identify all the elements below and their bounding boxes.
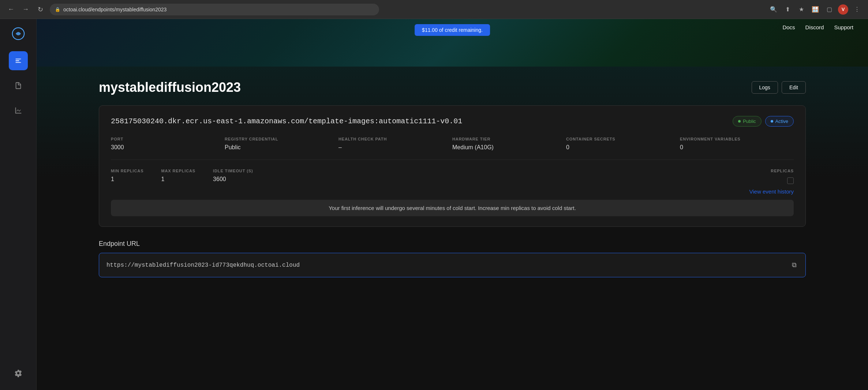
browser-chrome: ← → ↻ 🔒 octoai.cloud/endpoints/mystabled… bbox=[0, 0, 868, 19]
replicas-grid: MIN REPLICAS 1 MAX REPLICAS 1 IDLE TIMEO… bbox=[111, 169, 794, 195]
lock-icon: 🔒 bbox=[55, 7, 60, 12]
header-actions: Logs Edit bbox=[752, 81, 806, 94]
url-field: https://mystablediffusion2023-id773qekdh… bbox=[99, 253, 806, 277]
extensions-icon[interactable]: 🪟 bbox=[810, 4, 820, 15]
public-badge-label: Public bbox=[743, 119, 756, 124]
page-content: mystablediffusion2023 Logs Edit 25817503… bbox=[37, 67, 868, 390]
hero-banner: $11.00 of credit remaining. Docs Discord… bbox=[37, 19, 868, 67]
config-field-secrets: CONTAINER SECRETS 0 bbox=[566, 137, 680, 151]
sidebar bbox=[0, 19, 37, 390]
support-link[interactable]: Support bbox=[834, 24, 853, 30]
endpoint-url-text: https://mystablediffusion2023-id773qekdh… bbox=[106, 262, 790, 269]
secrets-value: 0 bbox=[566, 144, 680, 151]
port-value: 3000 bbox=[111, 144, 225, 151]
config-field-port: PORT 3000 bbox=[111, 137, 225, 151]
replicas-right: REPLICAS View event history bbox=[749, 169, 794, 195]
hardware-label: HARDWARE TIER bbox=[452, 137, 566, 141]
bookmark-icon[interactable]: ★ bbox=[796, 4, 807, 15]
idle-timeout-label: IDLE TIMEOUT (S) bbox=[213, 169, 253, 173]
page-title: mystablediffusion2023 bbox=[99, 80, 241, 95]
replica-checkbox[interactable] bbox=[787, 177, 794, 184]
svg-point-1 bbox=[19, 59, 22, 62]
sidebar-item-endpoints[interactable] bbox=[9, 51, 28, 70]
back-button[interactable]: ← bbox=[6, 4, 16, 15]
min-replicas-value: 1 bbox=[111, 176, 143, 183]
env-value: 0 bbox=[680, 144, 794, 151]
browser-actions: 🔍 ⬆ ★ 🪟 ▢ V ⋮ bbox=[768, 4, 862, 15]
edit-button[interactable]: Edit bbox=[782, 81, 806, 94]
sidebar-item-settings[interactable] bbox=[9, 364, 28, 383]
copy-icon[interactable]: ⧉ bbox=[790, 260, 798, 270]
top-nav-links: Docs Discord Support bbox=[782, 24, 853, 30]
config-fields-grid: PORT 3000 REGISTRY CREDENTIAL Public HEA… bbox=[111, 137, 794, 160]
secrets-label: CONTAINER SECRETS bbox=[566, 137, 680, 141]
menu-icon[interactable]: ⋮ bbox=[852, 4, 862, 15]
image-url-row: 258175030240.dkr.ecr.us-east-1.amazonaws… bbox=[111, 116, 794, 127]
discord-link[interactable]: Discord bbox=[805, 24, 824, 30]
cold-start-notice: Your first inference will undergo severa… bbox=[111, 200, 794, 216]
forward-button[interactable]: → bbox=[20, 4, 31, 15]
config-field-min-replicas: MIN REPLICAS 1 bbox=[111, 169, 143, 183]
health-value: – bbox=[338, 144, 452, 151]
badge-group: Public Active bbox=[733, 116, 794, 127]
endpoint-section: Endpoint URL https://mystablediffusion20… bbox=[99, 240, 806, 277]
sidebar-item-documents[interactable] bbox=[9, 76, 28, 95]
share-icon[interactable]: ⬆ bbox=[782, 4, 793, 15]
public-badge: Public bbox=[733, 116, 761, 127]
reload-button[interactable]: ↻ bbox=[35, 4, 45, 15]
config-field-idle-timeout: IDLE TIMEOUT (S) 3600 bbox=[213, 169, 253, 183]
sidebar-item-analytics[interactable] bbox=[9, 101, 28, 120]
logs-button[interactable]: Logs bbox=[752, 81, 778, 94]
config-field-env: ENVIRONMENT VARIABLES 0 bbox=[680, 137, 794, 151]
app-logo[interactable] bbox=[11, 26, 26, 41]
active-badge-label: Active bbox=[775, 119, 788, 124]
registry-value: Public bbox=[225, 144, 338, 151]
app-layout: $11.00 of credit remaining. Docs Discord… bbox=[0, 19, 868, 390]
search-icon[interactable]: 🔍 bbox=[768, 4, 779, 15]
registry-label: REGISTRY CREDENTIAL bbox=[225, 137, 338, 141]
image-url: 258175030240.dkr.ecr.us-east-1.amazonaws… bbox=[111, 117, 462, 125]
hardware-value: Medium (A10G) bbox=[452, 144, 566, 151]
url-text: octoai.cloud/endpoints/mystablediffusion… bbox=[63, 7, 167, 12]
split-view-icon[interactable]: ▢ bbox=[824, 4, 834, 15]
credit-banner: $11.00 of credit remaining. bbox=[415, 24, 490, 36]
max-replicas-label: MAX REPLICAS bbox=[161, 169, 195, 173]
endpoint-url-label: Endpoint URL bbox=[99, 240, 806, 248]
public-badge-dot bbox=[738, 120, 741, 123]
replicas-header: REPLICAS bbox=[771, 169, 794, 173]
config-field-health: HEALTH CHECK PATH – bbox=[338, 137, 452, 151]
port-label: PORT bbox=[111, 137, 225, 141]
config-card: 258175030240.dkr.ecr.us-east-1.amazonaws… bbox=[99, 105, 806, 227]
min-replicas-label: MIN REPLICAS bbox=[111, 169, 143, 173]
config-field-hardware: HARDWARE TIER Medium (A10G) bbox=[452, 137, 566, 151]
active-badge-dot bbox=[771, 120, 773, 123]
docs-link[interactable]: Docs bbox=[782, 24, 795, 30]
health-label: HEALTH CHECK PATH bbox=[338, 137, 452, 141]
config-field-registry: REGISTRY CREDENTIAL Public bbox=[225, 137, 338, 151]
max-replicas-value: 1 bbox=[161, 176, 195, 183]
idle-timeout-value: 3600 bbox=[213, 176, 253, 183]
address-bar[interactable]: 🔒 octoai.cloud/endpoints/mystablediffusi… bbox=[50, 4, 379, 15]
config-field-max-replicas: MAX REPLICAS 1 bbox=[161, 169, 195, 183]
env-label: ENVIRONMENT VARIABLES bbox=[680, 137, 794, 141]
profile-avatar[interactable]: V bbox=[838, 4, 848, 15]
active-badge: Active bbox=[765, 116, 794, 127]
main-content: $11.00 of credit remaining. Docs Discord… bbox=[37, 19, 868, 390]
view-event-history-link[interactable]: View event history bbox=[749, 188, 794, 195]
page-header: mystablediffusion2023 Logs Edit bbox=[99, 67, 806, 105]
